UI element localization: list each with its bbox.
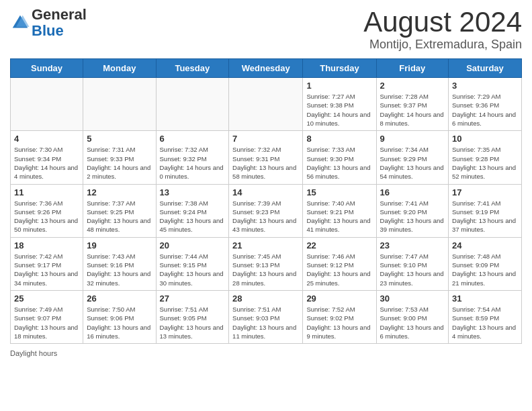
day-info: Sunrise: 7:32 AMSunset: 9:32 PMDaylight:… [160, 145, 226, 181]
calendar-cell: 19Sunrise: 7:43 AMSunset: 9:16 PMDayligh… [83, 237, 156, 290]
day-number: 29 [306, 293, 372, 304]
day-number: 19 [87, 240, 152, 250]
day-info: Sunrise: 7:46 AMSunset: 9:12 PMDaylight:… [306, 252, 372, 287]
day-info: Sunrise: 7:41 AMSunset: 9:19 PMDaylight:… [452, 199, 518, 234]
week-row-2: 4Sunrise: 7:30 AMSunset: 9:34 PMDaylight… [11, 131, 522, 184]
calendar-cell: 3Sunrise: 7:29 AMSunset: 9:36 PMDaylight… [449, 78, 522, 131]
calendar-cell: 22Sunrise: 7:46 AMSunset: 9:12 PMDayligh… [303, 237, 376, 290]
calendar-cell: 13Sunrise: 7:38 AMSunset: 9:24 PMDayligh… [156, 184, 229, 237]
day-number: 4 [14, 134, 79, 144]
day-number: 20 [160, 240, 226, 250]
calendar-cell: 17Sunrise: 7:41 AMSunset: 9:19 PMDayligh… [449, 184, 522, 237]
day-info: Sunrise: 7:54 AMSunset: 8:59 PMDaylight:… [452, 305, 518, 340]
day-number: 23 [380, 240, 445, 250]
calendar-cell [156, 78, 229, 131]
day-info: Sunrise: 7:38 AMSunset: 9:24 PMDaylight:… [160, 199, 226, 234]
day-number: 7 [232, 134, 299, 144]
subtitle: Montijo, Extremadura, Spain [363, 38, 522, 52]
day-number: 25 [14, 293, 79, 304]
logo-icon [10, 13, 30, 33]
day-number: 8 [306, 134, 372, 144]
day-number: 24 [452, 240, 518, 250]
day-info: Sunrise: 7:36 AMSunset: 9:26 PMDaylight:… [14, 199, 79, 234]
main-title: August 2024 [363, 7, 522, 38]
calendar-cell: 27Sunrise: 7:51 AMSunset: 9:05 PMDayligh… [156, 290, 229, 343]
calendar-cell: 29Sunrise: 7:52 AMSunset: 9:02 PMDayligh… [303, 290, 376, 343]
logo: General Blue [10, 7, 87, 39]
column-header-saturday: Saturday [449, 59, 522, 78]
week-row-3: 11Sunrise: 7:36 AMSunset: 9:26 PMDayligh… [11, 184, 522, 237]
calendar-cell: 21Sunrise: 7:45 AMSunset: 9:13 PMDayligh… [229, 237, 303, 290]
calendar-cell: 11Sunrise: 7:36 AMSunset: 9:26 PMDayligh… [11, 184, 83, 237]
day-info: Sunrise: 7:28 AMSunset: 9:37 PMDaylight:… [380, 92, 445, 128]
day-info: Sunrise: 7:43 AMSunset: 9:16 PMDaylight:… [87, 252, 152, 287]
calendar-cell: 9Sunrise: 7:34 AMSunset: 9:29 PMDaylight… [376, 131, 449, 184]
column-header-sunday: Sunday [11, 59, 83, 78]
calendar-cell: 23Sunrise: 7:47 AMSunset: 9:10 PMDayligh… [376, 237, 449, 290]
day-number: 17 [452, 187, 518, 197]
day-info: Sunrise: 7:34 AMSunset: 9:29 PMDaylight:… [380, 145, 445, 181]
page: General Blue August 2024 Montijo, Extrem… [0, 0, 532, 364]
calendar-cell: 4Sunrise: 7:30 AMSunset: 9:34 PMDaylight… [11, 131, 83, 184]
column-header-wednesday: Wednesday [229, 59, 303, 78]
calendar-cell: 7Sunrise: 7:32 AMSunset: 9:31 PMDaylight… [229, 131, 303, 184]
day-info: Sunrise: 7:37 AMSunset: 9:25 PMDaylight:… [87, 199, 152, 234]
calendar-cell: 10Sunrise: 7:35 AMSunset: 9:28 PMDayligh… [449, 131, 522, 184]
calendar-cell: 5Sunrise: 7:31 AMSunset: 9:33 PMDaylight… [83, 131, 156, 184]
day-number: 22 [306, 240, 372, 250]
day-number: 31 [452, 293, 518, 304]
calendar-cell: 2Sunrise: 7:28 AMSunset: 9:37 PMDaylight… [376, 78, 449, 131]
calendar-cell: 24Sunrise: 7:48 AMSunset: 9:09 PMDayligh… [449, 237, 522, 290]
calendar-cell: 16Sunrise: 7:41 AMSunset: 9:20 PMDayligh… [376, 184, 449, 237]
day-info: Sunrise: 7:39 AMSunset: 9:23 PMDaylight:… [232, 199, 299, 234]
day-info: Sunrise: 7:41 AMSunset: 9:20 PMDaylight:… [380, 199, 445, 234]
day-info: Sunrise: 7:40 AMSunset: 9:21 PMDaylight:… [306, 199, 372, 234]
calendar-cell: 20Sunrise: 7:44 AMSunset: 9:15 PMDayligh… [156, 237, 229, 290]
day-number: 2 [380, 81, 445, 91]
day-number: 13 [160, 187, 226, 197]
day-number: 9 [380, 134, 445, 144]
calendar-cell: 12Sunrise: 7:37 AMSunset: 9:25 PMDayligh… [83, 184, 156, 237]
column-header-friday: Friday [376, 59, 449, 78]
day-info: Sunrise: 7:31 AMSunset: 9:33 PMDaylight:… [87, 145, 152, 181]
calendar-cell: 18Sunrise: 7:42 AMSunset: 9:17 PMDayligh… [11, 237, 83, 290]
day-info: Sunrise: 7:51 AMSunset: 9:03 PMDaylight:… [232, 305, 299, 340]
week-row-5: 25Sunrise: 7:49 AMSunset: 9:07 PMDayligh… [11, 290, 522, 343]
week-row-4: 18Sunrise: 7:42 AMSunset: 9:17 PMDayligh… [11, 237, 522, 290]
day-info: Sunrise: 7:35 AMSunset: 9:28 PMDaylight:… [452, 145, 518, 181]
day-number: 6 [160, 134, 226, 144]
calendar-cell: 1Sunrise: 7:27 AMSunset: 9:38 PMDaylight… [303, 78, 376, 131]
calendar-cell: 14Sunrise: 7:39 AMSunset: 9:23 PMDayligh… [229, 184, 303, 237]
column-header-thursday: Thursday [303, 59, 376, 78]
day-number: 11 [14, 187, 79, 197]
day-number: 16 [380, 187, 445, 197]
logo-text: General Blue [32, 7, 87, 39]
day-number: 21 [232, 240, 299, 250]
calendar-cell: 30Sunrise: 7:53 AMSunset: 9:00 PMDayligh… [376, 290, 449, 343]
day-number: 15 [306, 187, 372, 197]
day-info: Sunrise: 7:51 AMSunset: 9:05 PMDaylight:… [160, 305, 226, 340]
calendar-header-row: SundayMondayTuesdayWednesdayThursdayFrid… [11, 59, 522, 78]
week-row-1: 1Sunrise: 7:27 AMSunset: 9:38 PMDaylight… [11, 78, 522, 131]
calendar-cell [11, 78, 83, 131]
day-info: Sunrise: 7:30 AMSunset: 9:34 PMDaylight:… [14, 145, 79, 181]
calendar-cell: 31Sunrise: 7:54 AMSunset: 8:59 PMDayligh… [449, 290, 522, 343]
day-number: 3 [452, 81, 518, 91]
day-info: Sunrise: 7:32 AMSunset: 9:31 PMDaylight:… [232, 145, 299, 181]
day-info: Sunrise: 7:42 AMSunset: 9:17 PMDaylight:… [14, 252, 79, 287]
day-number: 1 [306, 81, 372, 91]
day-number: 30 [380, 293, 445, 304]
calendar-cell: 26Sunrise: 7:50 AMSunset: 9:06 PMDayligh… [83, 290, 156, 343]
day-info: Sunrise: 7:52 AMSunset: 9:02 PMDaylight:… [306, 305, 372, 340]
day-info: Sunrise: 7:27 AMSunset: 9:38 PMDaylight:… [306, 92, 372, 128]
footer: Daylight hours [10, 349, 522, 357]
calendar-cell: 6Sunrise: 7:32 AMSunset: 9:32 PMDaylight… [156, 131, 229, 184]
day-number: 5 [87, 134, 152, 144]
day-info: Sunrise: 7:33 AMSunset: 9:30 PMDaylight:… [306, 145, 372, 181]
day-info: Sunrise: 7:45 AMSunset: 9:13 PMDaylight:… [232, 252, 299, 287]
header: General Blue August 2024 Montijo, Extrem… [10, 7, 522, 52]
day-number: 28 [232, 293, 299, 304]
day-info: Sunrise: 7:50 AMSunset: 9:06 PMDaylight:… [87, 305, 152, 340]
day-info: Sunrise: 7:53 AMSunset: 9:00 PMDaylight:… [380, 305, 445, 340]
day-info: Sunrise: 7:49 AMSunset: 9:07 PMDaylight:… [14, 305, 79, 340]
